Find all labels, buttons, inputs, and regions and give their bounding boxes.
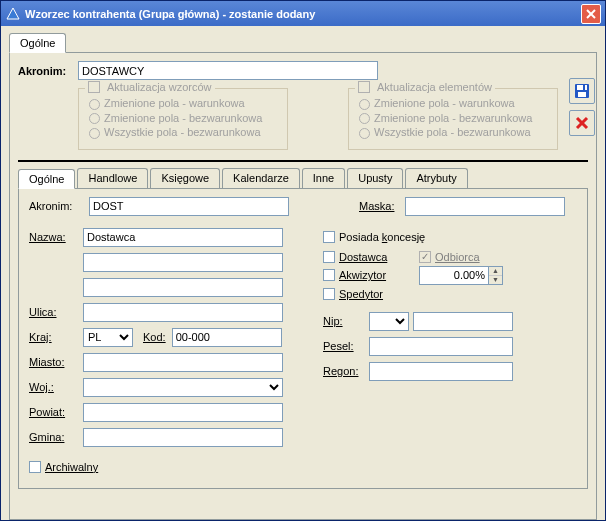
kod-label: Kod: xyxy=(143,331,166,343)
inner-tabbar: Ogólne Handlowe Księgowe Kalendarze Inne… xyxy=(18,168,588,189)
odbiorca-checkbox: ✓ xyxy=(419,251,431,263)
nazwa-input-3[interactable] xyxy=(83,278,283,297)
dostawca-checkbox[interactable] xyxy=(323,251,335,263)
kod-input[interactable] xyxy=(172,328,282,347)
akronim-row: Akronim: xyxy=(18,61,588,80)
elements-opt3: Wszystkie pola - bezwarunkowa xyxy=(374,126,531,138)
cancel-button[interactable] xyxy=(569,110,595,136)
akwizytor-value[interactable] xyxy=(419,266,489,285)
save-button[interactable] xyxy=(569,78,595,104)
elements-opt2: Zmienione pola - bezwarunkowa xyxy=(374,112,532,124)
tab-inne[interactable]: Inne xyxy=(302,168,345,188)
elements-checkbox xyxy=(358,81,370,93)
spedytor-label: Spedytor xyxy=(339,288,383,300)
inner-akronim-input[interactable] xyxy=(89,197,289,216)
group-elements: Aktualizacja elementów Zmienione pola - … xyxy=(348,88,558,150)
chevron-down-icon[interactable]: ▼ xyxy=(489,276,502,284)
woj-label: Woj.: xyxy=(29,381,83,393)
outer-tabbar: Ogólne xyxy=(9,32,597,53)
powiat-label: Powiat: xyxy=(29,406,83,418)
tab-inner-ogolne[interactable]: Ogólne xyxy=(18,169,75,189)
regon-label: Regon: xyxy=(323,365,369,377)
window-body: Ogólne Akronim: Aktualizacja wzorców Zmi… xyxy=(1,26,605,520)
chevron-up-icon[interactable]: ▲ xyxy=(489,267,502,276)
akronim-label: Akronim: xyxy=(18,65,78,77)
inner-panel: Akronim: Maska: Nazwa: Ulica: Kraj: xyxy=(18,189,588,489)
akwizytor-label: Akwizytor xyxy=(339,269,419,281)
maska-label: Maska: xyxy=(359,200,405,212)
nip-label: Nip: xyxy=(323,315,369,327)
group-patterns: Aktualizacja wzorców Zmienione pola - wa… xyxy=(78,88,288,150)
nazwa-input-2[interactable] xyxy=(83,253,283,272)
gmina-input[interactable] xyxy=(83,428,283,447)
close-button[interactable] xyxy=(581,4,601,24)
patterns-opt3: Wszystkie pola - bezwarunkowa xyxy=(104,126,261,138)
elements-opt1: Zmienione pola - warunkowa xyxy=(374,97,515,109)
woj-select[interactable] xyxy=(83,378,283,397)
kraj-select[interactable]: PL xyxy=(83,328,133,347)
ulica-label: Ulica: xyxy=(29,306,83,318)
dostawca-label: Dostawca xyxy=(339,251,419,263)
close-icon xyxy=(586,9,596,19)
regon-input[interactable] xyxy=(369,362,513,381)
svg-rect-4 xyxy=(577,85,587,90)
miasto-input[interactable] xyxy=(83,353,283,372)
akwizytor-spinner[interactable]: ▲▼ xyxy=(419,266,503,285)
ulica-input[interactable] xyxy=(83,303,283,322)
window-title: Wzorzec kontrahenta (Grupa główna) - zos… xyxy=(25,8,581,20)
powiat-input[interactable] xyxy=(83,403,283,422)
tab-upusty[interactable]: Upusty xyxy=(347,168,403,188)
cancel-icon xyxy=(575,116,589,130)
nazwa-label: Nazwa: xyxy=(29,231,83,243)
akronim-input[interactable] xyxy=(78,61,378,80)
nip-prefix-select[interactable] xyxy=(369,312,409,331)
akwizytor-checkbox[interactable] xyxy=(323,269,335,281)
elements-opt3-radio xyxy=(359,128,370,139)
archiwalny-label: Archiwalny xyxy=(45,461,98,473)
inner-akronim-row: Akronim: Maska: xyxy=(29,197,577,216)
svg-rect-5 xyxy=(578,92,586,97)
patterns-opt3-radio xyxy=(89,128,100,139)
titlebar: Wzorzec kontrahenta (Grupa główna) - zos… xyxy=(1,1,605,26)
tab-atrybuty[interactable]: Atrybuty xyxy=(405,168,467,188)
koncesja-label: Posiada koncesję xyxy=(339,231,425,243)
separator xyxy=(18,160,588,162)
elements-legend: Aktualizacja elementów xyxy=(377,81,492,93)
elements-opt2-radio xyxy=(359,113,370,124)
spedytor-checkbox[interactable] xyxy=(323,288,335,300)
tab-kalendarze[interactable]: Kalendarze xyxy=(222,168,300,188)
left-column: Nazwa: Ulica: Kraj: PL Kod: Miasto: Woj.… xyxy=(29,228,283,476)
kraj-label: Kraj: xyxy=(29,331,83,343)
window: Wzorzec kontrahenta (Grupa główna) - zos… xyxy=(0,0,606,521)
side-buttons xyxy=(569,78,595,136)
miasto-label: Miasto: xyxy=(29,356,83,368)
maska-input[interactable] xyxy=(405,197,565,216)
patterns-opt2: Zmienione pola - bezwarunkowa xyxy=(104,112,262,124)
patterns-legend: Aktualizacja wzorców xyxy=(107,81,212,93)
svg-marker-0 xyxy=(7,8,19,19)
patterns-checkbox xyxy=(88,81,100,93)
outer-panel: Akronim: Aktualizacja wzorców Zmienione … xyxy=(9,52,597,520)
koncesja-checkbox[interactable] xyxy=(323,231,335,243)
pesel-label: Pesel: xyxy=(323,340,369,352)
archiwalny-checkbox[interactable] xyxy=(29,461,41,473)
tab-handlowe[interactable]: Handlowe xyxy=(77,168,148,188)
tab-ksiegowe[interactable]: Księgowe xyxy=(150,168,220,188)
patterns-opt1: Zmienione pola - warunkowa xyxy=(104,97,245,109)
patterns-opt2-radio xyxy=(89,113,100,124)
nazwa-input[interactable] xyxy=(83,228,283,247)
nip-input[interactable] xyxy=(413,312,513,331)
gmina-label: Gmina: xyxy=(29,431,83,443)
save-icon xyxy=(574,83,590,99)
update-groups: Aktualizacja wzorców Zmienione pola - wa… xyxy=(78,88,584,150)
svg-rect-6 xyxy=(583,85,585,90)
pesel-input[interactable] xyxy=(369,337,513,356)
elements-opt1-radio xyxy=(359,99,370,110)
tab-ogolne[interactable]: Ogólne xyxy=(9,33,66,53)
inner-akronim-label: Akronim: xyxy=(29,200,89,212)
app-icon xyxy=(5,6,21,22)
right-column: Posiada koncesję Dostawca ✓Odbiorca Akwi… xyxy=(323,228,513,476)
patterns-opt1-radio xyxy=(89,99,100,110)
odbiorca-label: Odbiorca xyxy=(435,251,480,263)
